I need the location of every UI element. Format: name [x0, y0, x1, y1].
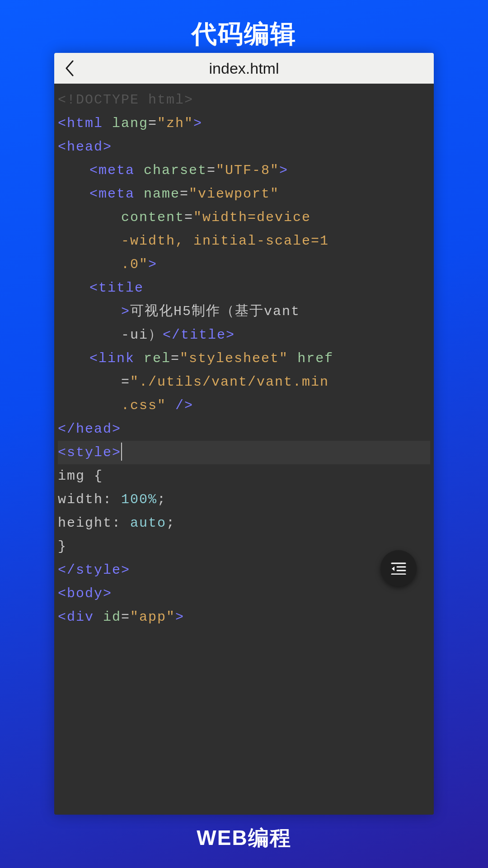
- code-line: <title: [58, 276, 430, 300]
- code-line: <link rel="stylesheet" href: [58, 347, 430, 370]
- code-line: <html lang="zh">: [58, 112, 430, 135]
- file-title: index.html: [54, 60, 434, 77]
- code-line: }: [58, 535, 430, 558]
- code-line: -ui）</title>: [58, 323, 430, 347]
- code-line: .css" />: [58, 394, 430, 417]
- chevron-left-icon: [65, 60, 75, 76]
- outdent-icon: [391, 562, 406, 575]
- code-line: .0">: [58, 253, 430, 276]
- editor-header: index.html: [54, 53, 434, 84]
- code-line: <div id="app">: [58, 605, 430, 629]
- code-line: height: auto;: [58, 511, 430, 535]
- code-line: img {: [58, 464, 430, 488]
- code-line: <meta charset="UTF-8">: [58, 159, 430, 182]
- code-line: width: 100%;: [58, 488, 430, 511]
- page-title: 代码编辑: [0, 0, 488, 52]
- code-line: <head>: [58, 135, 430, 159]
- code-line: </style>: [58, 558, 430, 582]
- code-line: -width, initial-scale=1: [58, 229, 430, 253]
- back-button[interactable]: [54, 53, 85, 84]
- code-line: <!DOCTYPE html>: [58, 88, 430, 112]
- code-line: <body>: [58, 582, 430, 605]
- text-cursor: [121, 443, 122, 461]
- editor-window: index.html <!DOCTYPE html> <html lang="z…: [54, 53, 434, 815]
- code-line: >可视化H5制作（基于vant: [58, 300, 430, 323]
- code-line-active: <style>: [58, 441, 430, 464]
- code-editor[interactable]: <!DOCTYPE html> <html lang="zh"> <head> …: [54, 84, 434, 815]
- code-line: ="./utils/vant/vant.min: [58, 370, 430, 394]
- page-footer: WEB编程: [0, 824, 488, 852]
- code-line: content="width=device: [58, 206, 430, 229]
- code-line: </head>: [58, 417, 430, 441]
- code-line: <meta name="viewport": [58, 182, 430, 206]
- outdent-button[interactable]: [380, 550, 417, 586]
